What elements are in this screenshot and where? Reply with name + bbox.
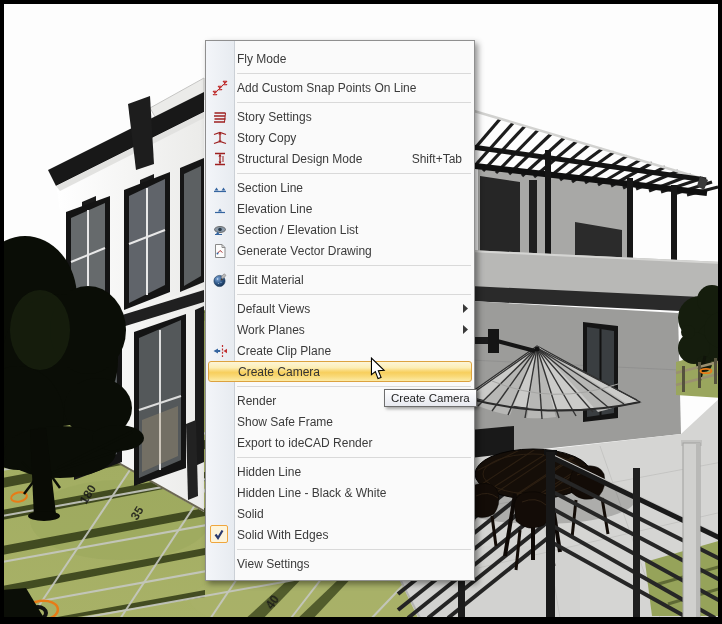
tooltip: Create Camera — [384, 389, 477, 407]
context-menu: Fly Mode Add Custom Snap Points On Line … — [205, 40, 475, 581]
menu-item-add-custom-snap-points[interactable]: Add Custom Snap Points On Line — [206, 77, 474, 98]
menu-item-section-line[interactable]: Section Line — [206, 177, 474, 198]
menu-item-label: Solid — [237, 507, 264, 521]
menu-item-story-settings[interactable]: Story Settings — [206, 106, 474, 127]
generate-vector-drawing-icon — [206, 240, 234, 261]
menu-item-solid-with-edges[interactable]: Solid With Edges — [206, 524, 474, 545]
menu-item-label: View Settings — [237, 557, 310, 571]
menu-item-label: Hidden Line — [237, 465, 301, 479]
menu-item-label: Fly Mode — [237, 52, 286, 66]
submenu-arrow-icon — [463, 304, 468, 313]
menu-separator — [237, 102, 471, 103]
menu-item-show-safe-frame[interactable]: Show Safe Frame — [206, 411, 474, 432]
submenu-arrow-icon — [463, 325, 468, 334]
menu-item-structural-design-mode[interactable]: Structural Design Mode Shift+Tab — [206, 148, 474, 169]
clip-plane-icon — [206, 340, 234, 361]
menu-item-label: Hidden Line - Black & White — [237, 486, 386, 500]
menu-item-label: Add Custom Snap Points On Line — [237, 81, 416, 95]
menu-item-generate-vector-drawing[interactable]: Generate Vector Drawing — [206, 240, 474, 261]
elevation-line-icon — [206, 198, 234, 219]
menu-item-label: Structural Design Mode — [237, 152, 362, 166]
menu-item-label: Render — [237, 394, 276, 408]
menu-item-story-copy[interactable]: Story Copy — [206, 127, 474, 148]
menu-item-work-planes[interactable]: Work Planes — [206, 319, 474, 340]
menu-item-solid[interactable]: Solid — [206, 503, 474, 524]
menu-item-hidden-line[interactable]: Hidden Line — [206, 461, 474, 482]
story-settings-icon — [206, 106, 234, 127]
menu-separator — [237, 549, 471, 550]
menu-item-label: Edit Material — [237, 273, 304, 287]
menu-item-label: Elevation Line — [237, 202, 312, 216]
menu-item-label: Story Copy — [237, 131, 296, 145]
menu-item-create-camera[interactable]: Create Camera — [208, 361, 472, 382]
menu-item-label: Generate Vector Drawing — [237, 244, 372, 258]
menu-item-elevation-line[interactable]: Elevation Line — [206, 198, 474, 219]
menu-item-label: Work Planes — [237, 323, 305, 337]
menu-separator — [237, 294, 471, 295]
structural-design-icon — [206, 148, 234, 169]
menu-item-hidden-line-black-white[interactable]: Hidden Line - Black & White — [206, 482, 474, 503]
edit-material-icon — [206, 269, 234, 290]
menu-item-label: Story Settings — [237, 110, 312, 124]
menu-item-shortcut: Shift+Tab — [412, 152, 462, 166]
menu-item-create-clip-plane[interactable]: Create Clip Plane — [206, 340, 474, 361]
story-copy-icon — [206, 127, 234, 148]
menu-separator — [237, 173, 471, 174]
menu-separator — [237, 265, 471, 266]
menu-separator — [237, 386, 471, 387]
menu-item-view-settings[interactable]: View Settings — [206, 553, 474, 574]
downspout — [186, 420, 198, 500]
menu-item-edit-material[interactable]: Edit Material — [206, 269, 474, 290]
menu-item-label: Section Line — [237, 181, 303, 195]
menu-item-export-to-idecad-render[interactable]: Export to ideCAD Render — [206, 432, 474, 453]
section-elevation-list-icon — [206, 219, 234, 240]
section-line-icon — [206, 177, 234, 198]
menu-item-label: Create Camera — [238, 365, 320, 379]
menu-item-label: Default Views — [237, 302, 310, 316]
menu-item-label: Show Safe Frame — [237, 415, 333, 429]
menu-item-label: Section / Elevation List — [237, 223, 358, 237]
menu-item-label: Export to ideCAD Render — [237, 436, 372, 450]
menu-item-fly-mode[interactable]: Fly Mode — [206, 48, 474, 69]
menu-item-label: Solid With Edges — [237, 528, 328, 542]
checkmark-icon — [210, 525, 228, 543]
menu-item-section-elevation-list[interactable]: Section / Elevation List — [206, 219, 474, 240]
menu-item-label: Create Clip Plane — [237, 344, 331, 358]
menu-separator — [237, 457, 471, 458]
menu-separator — [237, 73, 471, 74]
menu-item-default-views[interactable]: Default Views — [206, 298, 474, 319]
snap-points-icon — [206, 77, 234, 98]
